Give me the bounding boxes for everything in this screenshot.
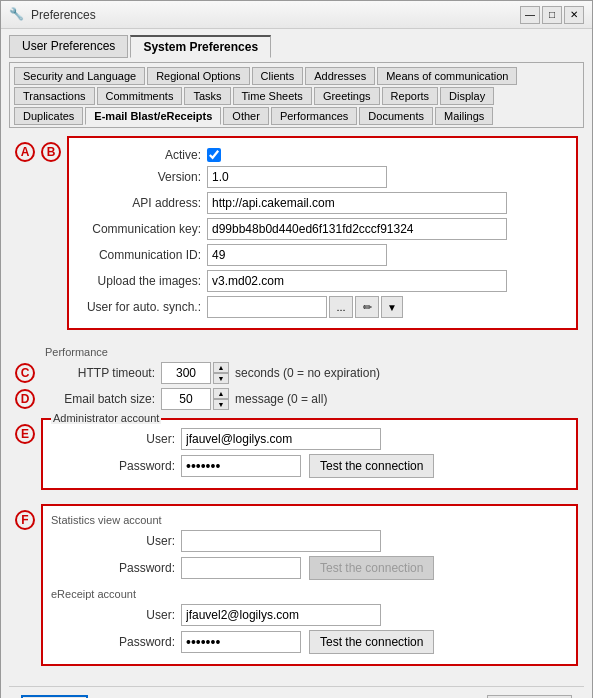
maximize-button[interactable]: □ xyxy=(542,6,562,24)
tab-mailings[interactable]: Mailings xyxy=(435,107,493,125)
email-batch-row: D Email batch size: ▲ ▼ message (0 = all… xyxy=(15,388,578,410)
tab-row-3: Duplicates E-mail Blast/eReceipts Other … xyxy=(14,107,579,125)
tab-time-sheets[interactable]: Time Sheets xyxy=(233,87,312,105)
stats-user-input[interactable] xyxy=(181,530,381,552)
tab-row-2: Transactions Commitments Tasks Time Shee… xyxy=(14,87,579,105)
ereceipt-password-input[interactable] xyxy=(181,631,301,653)
pencil-button[interactable]: ✏ xyxy=(355,296,379,318)
api-address-label: API address: xyxy=(77,196,207,210)
close-button[interactable]: ✕ xyxy=(564,6,584,24)
tab-documents[interactable]: Documents xyxy=(359,107,433,125)
version-row: Version: xyxy=(77,166,568,188)
admin-password-label: Password: xyxy=(51,459,181,473)
version-label: Version: xyxy=(77,170,207,184)
stats-password-row: Password: Test the connection xyxy=(51,556,568,580)
stats-test-connection-button[interactable]: Test the connection xyxy=(309,556,434,580)
window-title: Preferences xyxy=(31,8,520,22)
ereceipt-user-input[interactable] xyxy=(181,604,381,626)
version-input[interactable] xyxy=(207,166,387,188)
http-timeout-down[interactable]: ▼ xyxy=(213,373,229,384)
tab-duplicates[interactable]: Duplicates xyxy=(14,107,83,125)
email-batch-down[interactable]: ▼ xyxy=(213,399,229,410)
tab-transactions[interactable]: Transactions xyxy=(14,87,95,105)
user-auto-sync-input[interactable] xyxy=(207,296,327,318)
sub-tab-container: Security and Language Regional Options C… xyxy=(9,62,584,128)
admin-account-section: Administrator account User: Password: Te… xyxy=(41,418,578,490)
preferences-window: 🔧 Preferences — □ ✕ User Preferences Sys… xyxy=(0,0,593,698)
api-address-input[interactable] xyxy=(207,192,507,214)
email-batch-spin-group: ▲ ▼ message (0 = all) xyxy=(161,388,327,410)
tab-system-preferences[interactable]: System Preferences xyxy=(130,35,271,58)
tab-display[interactable]: Display xyxy=(440,87,494,105)
tab-addresses[interactable]: Addresses xyxy=(305,67,375,85)
active-checkbox[interactable] xyxy=(207,148,221,162)
tab-tasks[interactable]: Tasks xyxy=(184,87,230,105)
badge-b: B xyxy=(41,142,61,162)
email-batch-up[interactable]: ▲ xyxy=(213,388,229,399)
badge-c: C xyxy=(15,363,35,383)
tab-performances[interactable]: Performances xyxy=(271,107,357,125)
badge-e: E xyxy=(15,424,35,444)
bottom-bar: ✔ OK ✖ Cancel xyxy=(9,686,584,698)
api-address-row: API address: xyxy=(77,192,568,214)
email-batch-input[interactable] xyxy=(161,388,211,410)
performance-section: Performance C HTTP timeout: ▲ ▼ seconds … xyxy=(15,346,578,410)
admin-password-input[interactable] xyxy=(181,455,301,477)
tab-row-1: Security and Language Regional Options C… xyxy=(14,67,579,85)
badge-f: F xyxy=(15,510,35,530)
tab-reports[interactable]: Reports xyxy=(382,87,439,105)
user-auto-sync-row: User for auto. synch.: ... ✏ ▼ xyxy=(77,296,568,318)
comm-key-input[interactable] xyxy=(207,218,507,240)
tab-other[interactable]: Other xyxy=(223,107,269,125)
stats-account-title: Statistics view account xyxy=(51,514,568,526)
ellipsis-button[interactable]: ... xyxy=(329,296,353,318)
admin-user-input[interactable] xyxy=(181,428,381,450)
app-icon: 🔧 xyxy=(9,7,25,23)
active-row: Active: xyxy=(77,148,568,162)
http-timeout-spinners: ▲ ▼ xyxy=(213,362,229,384)
dropdown-button[interactable]: ▼ xyxy=(381,296,403,318)
tab-email-blast[interactable]: E-mail Blast/eReceipts xyxy=(85,107,221,125)
tab-clients[interactable]: Clients xyxy=(252,67,304,85)
main-content: User Preferences System Preferences Secu… xyxy=(1,29,592,698)
upload-images-label: Upload the images: xyxy=(77,274,207,288)
http-timeout-row: C HTTP timeout: ▲ ▼ seconds (0 = no expi… xyxy=(15,362,578,384)
active-label: Active: xyxy=(77,148,207,162)
upload-images-input[interactable] xyxy=(207,270,507,292)
http-timeout-unit: seconds (0 = no expiration) xyxy=(235,366,380,380)
main-tab-bar: User Preferences System Preferences xyxy=(9,35,584,58)
comm-key-row: Communication key: xyxy=(77,218,568,240)
tab-user-preferences[interactable]: User Preferences xyxy=(9,35,128,58)
stats-ereceipt-section: Statistics view account User: Password: … xyxy=(41,504,578,666)
admin-password-row: Password: Test the connection xyxy=(51,454,568,478)
comm-id-label: Communication ID: xyxy=(77,248,207,262)
comm-key-label: Communication key: xyxy=(77,222,207,236)
stats-password-label: Password: xyxy=(51,561,181,575)
title-bar: 🔧 Preferences — □ ✕ xyxy=(1,1,592,29)
tab-security-language[interactable]: Security and Language xyxy=(14,67,145,85)
window-controls: — □ ✕ xyxy=(520,6,584,24)
user-auto-sync-group: ... ✏ ▼ xyxy=(207,296,403,318)
tab-means-of-communication[interactable]: Means of communication xyxy=(377,67,517,85)
upload-images-row: Upload the images: xyxy=(77,270,568,292)
http-timeout-up[interactable]: ▲ xyxy=(213,362,229,373)
stats-user-label: User: xyxy=(51,534,181,548)
user-auto-sync-label: User for auto. synch.: xyxy=(77,300,207,314)
tab-greetings[interactable]: Greetings xyxy=(314,87,380,105)
ereceipt-password-label: Password: xyxy=(51,635,181,649)
email-batch-label: Email batch size: xyxy=(41,392,161,406)
ereceipt-user-label: User: xyxy=(51,608,181,622)
comm-id-row: Communication ID: xyxy=(77,244,568,266)
tab-commitments[interactable]: Commitments xyxy=(97,87,183,105)
admin-user-label: User: xyxy=(51,432,181,446)
http-timeout-spin-group: ▲ ▼ seconds (0 = no expiration) xyxy=(161,362,380,384)
email-batch-spinners: ▲ ▼ xyxy=(213,388,229,410)
stats-user-row: User: xyxy=(51,530,568,552)
admin-test-connection-button[interactable]: Test the connection xyxy=(309,454,434,478)
comm-id-input[interactable] xyxy=(207,244,387,266)
tab-regional-options[interactable]: Regional Options xyxy=(147,67,249,85)
stats-password-input[interactable] xyxy=(181,557,301,579)
minimize-button[interactable]: — xyxy=(520,6,540,24)
ereceipt-test-connection-button[interactable]: Test the connection xyxy=(309,630,434,654)
http-timeout-input[interactable] xyxy=(161,362,211,384)
